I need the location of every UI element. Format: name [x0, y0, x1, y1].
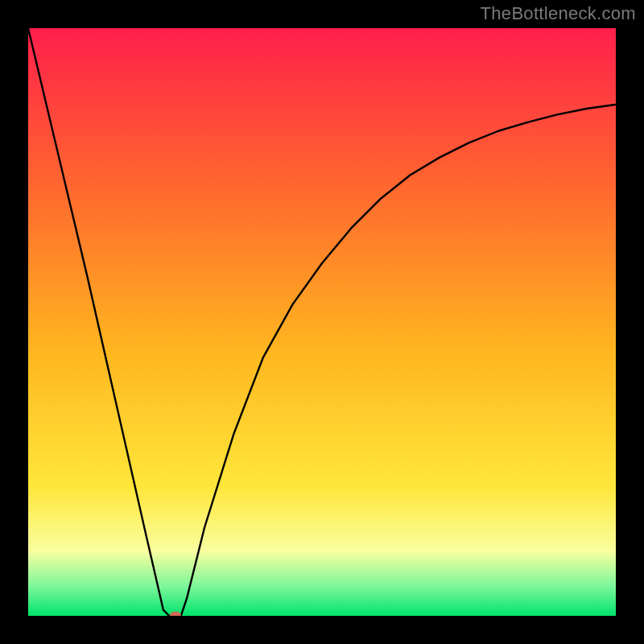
chart-frame: TheBottleneck.com	[0, 0, 644, 644]
minimum-point-marker	[170, 612, 181, 617]
attribution-text: TheBottleneck.com	[481, 3, 636, 24]
bottleneck-curve	[28, 28, 616, 616]
plot-area	[28, 28, 616, 616]
